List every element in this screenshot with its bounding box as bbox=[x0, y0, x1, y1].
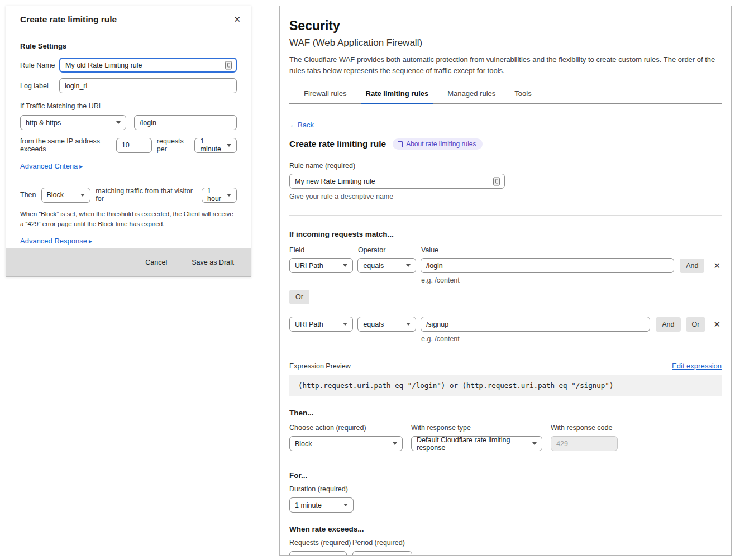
traffic-matching-label: If Traffic Matching the URL bbox=[20, 102, 237, 110]
rule-name-input[interactable] bbox=[59, 58, 237, 73]
caret-down-icon bbox=[227, 144, 231, 147]
rule-name-label: Rule Name bbox=[20, 61, 59, 69]
exceeds-text: from the same IP address exceeds bbox=[20, 137, 111, 153]
expression-preview-label: Expression Preview bbox=[289, 362, 351, 370]
arrow-left-icon: ← bbox=[289, 121, 297, 129]
or-button[interactable]: Or bbox=[686, 317, 706, 332]
action-select[interactable]: Block bbox=[41, 188, 91, 203]
and-button[interactable]: And bbox=[680, 259, 704, 273]
waf-tabs: Firewall rules Rate limiting rules Manag… bbox=[289, 86, 722, 104]
dialog-divider bbox=[20, 179, 237, 179]
remove-condition-icon[interactable]: ✕ bbox=[712, 319, 722, 329]
caret-down-icon bbox=[393, 442, 397, 445]
field-select[interactable]: URI Path bbox=[289, 258, 353, 273]
password-manager-icon[interactable] bbox=[493, 177, 500, 185]
save-as-draft-button[interactable]: Save as Draft bbox=[192, 259, 234, 266]
caret-down-icon bbox=[406, 323, 411, 326]
security-waf-panel: Security WAF (Web Application Firewall) … bbox=[279, 6, 732, 556]
tab-firewall-rules[interactable]: Firewall rules bbox=[303, 86, 348, 103]
section-divider bbox=[289, 215, 722, 216]
caret-down-icon bbox=[532, 442, 537, 445]
operator-select[interactable]: equals bbox=[357, 317, 416, 332]
dialog-footer: Cancel Save as Draft bbox=[6, 248, 251, 276]
page-subtitle: WAF (Web Application Firewall) bbox=[289, 37, 722, 49]
caret-down-icon bbox=[406, 264, 411, 267]
and-button[interactable]: And bbox=[656, 317, 680, 332]
requests-input[interactable] bbox=[289, 551, 347, 556]
response-type-select[interactable]: Default Cloudflare rate limiting respons… bbox=[411, 436, 542, 451]
chevron-right-icon: ▶ bbox=[89, 239, 92, 244]
choose-action-label: Choose action (required) bbox=[289, 424, 411, 432]
duration-select[interactable]: 1 minute bbox=[289, 497, 354, 513]
log-label-label: Log label bbox=[20, 82, 59, 90]
close-icon[interactable]: ✕ bbox=[232, 15, 242, 25]
tab-rate-limiting-rules[interactable]: Rate limiting rules bbox=[365, 86, 430, 103]
url-input[interactable] bbox=[134, 115, 237, 130]
rule-name-input[interactable] bbox=[289, 174, 505, 189]
action-select[interactable]: Block bbox=[289, 436, 403, 451]
match-row: URI Path equals And Or ✕ bbox=[289, 317, 722, 332]
block-duration-select[interactable]: 1 hour bbox=[202, 188, 237, 203]
caret-down-icon bbox=[343, 264, 347, 267]
expression-preview: (http.request.uri.path eq "/login") or (… bbox=[289, 375, 722, 396]
book-icon bbox=[398, 141, 403, 147]
field-select[interactable]: URI Path bbox=[289, 317, 353, 332]
create-rate-limiting-rule-dialog: Create rate limiting rule ✕ Rule Setting… bbox=[6, 6, 251, 277]
match-heading: If incoming requests match... bbox=[289, 230, 722, 238]
cancel-button[interactable]: Cancel bbox=[145, 259, 167, 266]
page-description: The Cloudflare WAF provides both automat… bbox=[289, 54, 720, 76]
requests-per-text: requests per bbox=[157, 137, 190, 153]
rule-settings-heading: Rule Settings bbox=[20, 42, 237, 50]
dialog-title: Create rate limiting rule bbox=[20, 15, 117, 25]
value-column-label: Value bbox=[421, 246, 438, 254]
duration-label: Duration (required) bbox=[289, 485, 722, 493]
caret-down-icon bbox=[227, 194, 231, 197]
back-link[interactable]: ←Back bbox=[289, 121, 314, 129]
chevron-right-icon: ▶ bbox=[79, 164, 83, 169]
for-heading: For... bbox=[289, 471, 722, 480]
caret-down-icon bbox=[343, 504, 348, 506]
advanced-criteria-link[interactable]: Advanced Criteria▶ bbox=[20, 162, 83, 170]
response-code-label: With response code bbox=[551, 424, 612, 432]
period-select[interactable]: 1 minute bbox=[194, 138, 237, 153]
value-hint: e.g. /content bbox=[421, 335, 722, 343]
block-note: When “Block” is set, when the threshold … bbox=[20, 209, 237, 229]
tab-managed-rules[interactable]: Managed rules bbox=[446, 86, 497, 103]
tab-tools[interactable]: Tools bbox=[513, 86, 532, 103]
about-rate-limiting-badge[interactable]: About rate limiting rules bbox=[393, 138, 482, 150]
dialog-header: Create rate limiting rule ✕ bbox=[6, 6, 251, 32]
field-column-label: Field bbox=[289, 246, 358, 254]
then-label: Then bbox=[20, 191, 36, 199]
operator-select[interactable]: equals bbox=[357, 258, 416, 273]
value-hint: e.g. /content bbox=[421, 276, 722, 284]
password-manager-icon[interactable] bbox=[225, 61, 232, 69]
response-code-input bbox=[551, 436, 618, 451]
matching-traffic-text: matching traffic from that visitor for bbox=[96, 187, 197, 203]
rule-name-label: Rule name (required) bbox=[289, 162, 722, 170]
match-row: URI Path equals And ✕ bbox=[289, 258, 722, 273]
period-label: Period (required) bbox=[352, 539, 405, 547]
page-title: Security bbox=[289, 18, 722, 33]
caret-down-icon bbox=[343, 323, 347, 326]
requests-label: Requests (required) bbox=[289, 539, 352, 547]
rate-heading: When rate exceeds... bbox=[289, 525, 722, 533]
requests-threshold-input[interactable] bbox=[116, 138, 152, 153]
log-label-input[interactable] bbox=[59, 78, 237, 93]
scheme-select[interactable]: http & https bbox=[20, 115, 126, 130]
rate-period-select[interactable]: 1 minute bbox=[352, 551, 412, 556]
remove-condition-icon[interactable]: ✕ bbox=[712, 261, 722, 271]
edit-expression-link[interactable]: Edit expression bbox=[672, 362, 722, 370]
or-button[interactable]: Or bbox=[289, 290, 309, 304]
operator-column-label: Operator bbox=[358, 246, 421, 254]
caret-down-icon bbox=[116, 121, 121, 124]
value-input[interactable] bbox=[421, 317, 650, 332]
caret-down-icon bbox=[80, 194, 85, 197]
response-type-label: With response type bbox=[411, 424, 551, 432]
advanced-response-link[interactable]: Advanced Response▶ bbox=[20, 237, 92, 245]
create-rule-heading: Create rate limiting rule bbox=[289, 139, 386, 149]
rule-name-helper: Give your rule a descriptive name bbox=[289, 193, 722, 200]
then-heading: Then... bbox=[289, 409, 722, 417]
value-input[interactable] bbox=[421, 258, 674, 273]
